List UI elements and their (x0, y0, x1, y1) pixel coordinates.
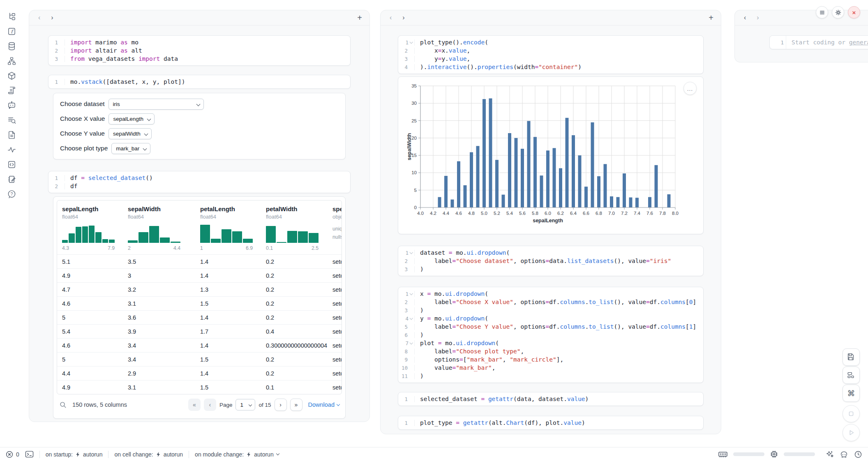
error-circle-icon (6, 451, 13, 458)
svg-text:15: 15 (411, 153, 417, 158)
dependencies-icon[interactable] (4, 53, 19, 68)
code-line: 11) (398, 372, 703, 380)
code-line: 1selected_dataset = getattr(data, datase… (398, 395, 703, 403)
column-header[interactable]: speciobjecuniqunulls: (328, 201, 342, 254)
github-copilot-icon[interactable] (840, 450, 848, 459)
cpu-usage-bar (784, 452, 815, 456)
table-header-row: sepalLengthfloat644.37.9sepalWidthfloat6… (57, 201, 342, 254)
next-page-button[interactable]: › (275, 399, 287, 411)
column-header[interactable]: petalLengthfloat6416.9 (195, 201, 261, 254)
layout-button[interactable] (843, 366, 860, 384)
column-prev-button[interactable]: ‹ (742, 14, 748, 22)
column-prev-button[interactable]: ‹ (37, 14, 42, 22)
cell-dataset[interactable]: 1dataset = mo.ui.dropdown(2 label="Choos… (398, 246, 704, 276)
scratchpad-icon[interactable] (4, 172, 19, 187)
svg-text:25: 25 (411, 118, 417, 123)
snippets-icon[interactable] (4, 157, 19, 172)
svg-text:sepalWidth: sepalWidth (406, 133, 412, 161)
variables-icon[interactable]: f (4, 24, 19, 39)
sepal-bar-chart[interactable]: 4.04.24.44.64.85.05.25.45.65.86.06.26.46… (406, 80, 703, 230)
table-row: 4.93.11.50.1setos (57, 380, 342, 394)
cell-selected-dataset[interactable]: 1selected_dataset = getattr(data, datase… (398, 392, 704, 406)
column-prev-button[interactable]: ‹ (388, 14, 393, 22)
svg-text:10: 10 (411, 170, 417, 175)
x-value-select[interactable]: sepalLength (108, 113, 155, 124)
data-sources-icon[interactable] (4, 39, 19, 53)
column-histogram (266, 224, 319, 243)
code-line: 4y = mo.ui.dropdown( (398, 314, 703, 323)
chart-menu-button[interactable]: … (683, 82, 697, 95)
column-next-button[interactable]: › (49, 14, 55, 22)
table-row: 53.41.50.2setos (57, 352, 342, 366)
table-row: 4.63.41.40.30000000000000004setos (57, 338, 342, 352)
cell-df[interactable]: 1df = selected_dataset()2df (48, 171, 351, 193)
documentation-icon[interactable] (4, 127, 19, 142)
cell-plot[interactable]: 1plot_type().encode(2 x=x.value,3 y=y.va… (398, 35, 704, 74)
code-line: 1dataset = mo.ui.dropdown( (398, 249, 703, 257)
svg-text:4.0: 4.0 (417, 211, 424, 216)
table-summary: 150 rows, 5 columns (72, 401, 127, 408)
column-header[interactable]: sepalWidthfloat6424.4 (123, 201, 195, 254)
svg-text:5.4: 5.4 (506, 211, 513, 216)
clock-status-icon[interactable] (854, 450, 862, 459)
svg-text:0: 0 (414, 205, 417, 210)
terminal-icon[interactable] (25, 450, 34, 458)
column-header[interactable]: petalWidthfloat640.12.5 (261, 201, 328, 254)
column-next-button[interactable]: › (401, 14, 406, 22)
svg-text:6.4: 6.4 (570, 211, 577, 216)
column-next-button[interactable]: › (755, 14, 760, 22)
generate-link[interactable]: generate (849, 39, 868, 46)
code-line: 1x = mo.ui.dropdown( (398, 290, 703, 298)
gear-icon[interactable] (832, 6, 844, 18)
search-icon[interactable] (59, 401, 67, 408)
last-page-button[interactable]: » (290, 399, 302, 411)
dataframe-table: sepalLengthfloat644.37.9sepalWidthfloat6… (57, 200, 342, 394)
table-row: 4.73.21.30.2setos (57, 282, 342, 296)
cell-imports[interactable]: 1import marimo as mo2import altair as al… (48, 35, 351, 66)
outline-icon[interactable] (4, 113, 19, 127)
code-line: 6) (398, 331, 703, 339)
cell-plot-type[interactable]: 1plot_type = getattr(alt.Chart(df), plot… (398, 416, 704, 430)
new-cell-editor[interactable]: 1 Start coding or generate with (769, 35, 868, 49)
ai-chat-icon[interactable] (4, 98, 19, 113)
cell-xyplot[interactable]: 1x = mo.ui.dropdown(2 label="Choose X va… (398, 287, 704, 383)
download-button[interactable]: Download (308, 401, 340, 408)
on-module-change-setting[interactable]: on module change: autorun (195, 451, 279, 458)
file-explorer-icon[interactable] (4, 9, 19, 24)
dataset-select[interactable]: iris (108, 99, 204, 110)
on-cell-change-setting[interactable]: on cell change: autorun (114, 451, 183, 458)
ai-sparkles-icon[interactable] (826, 450, 834, 459)
stop-button[interactable] (843, 405, 860, 422)
cell-vstack[interactable]: 1mo.vstack([dataset, x, y, plot]) (48, 75, 351, 89)
help-icon[interactable]: ? (4, 187, 19, 201)
run-button[interactable] (843, 424, 860, 441)
memory-icon[interactable] (718, 451, 727, 458)
svg-text:4.4: 4.4 (443, 211, 450, 216)
cpu-icon[interactable] (770, 450, 778, 458)
on-startup-setting[interactable]: on startup: autorun (46, 451, 103, 458)
y-value-select[interactable]: sepalWidth (108, 128, 152, 139)
close-icon[interactable]: × (848, 6, 860, 18)
svg-text:6.8: 6.8 (596, 211, 602, 216)
keyboard-shortcuts-button[interactable]: ⌘ (843, 385, 860, 402)
add-cell-button[interactable]: + (357, 14, 362, 22)
plot-type-select[interactable]: mark_bar (111, 143, 150, 154)
save-button[interactable] (843, 348, 860, 366)
code-line: 3) (398, 265, 703, 273)
prev-page-button[interactable]: ‹ (204, 399, 216, 411)
add-cell-button[interactable]: + (709, 14, 713, 22)
menu-icon[interactable] (816, 6, 828, 18)
chart-output: 4.04.24.44.64.85.05.25.45.65.86.06.26.46… (398, 76, 704, 234)
page-select[interactable]: 1 (235, 399, 255, 410)
logs-icon[interactable] (4, 83, 19, 98)
notebook-column-3: ‹ › 1 Start coding or generate with (734, 10, 868, 62)
table-row: 5.43.91.70.4setos (57, 324, 342, 338)
tracing-icon[interactable] (4, 142, 19, 157)
column-header[interactable]: sepalLengthfloat644.37.9 (57, 201, 123, 254)
error-count-badge[interactable]: 0 (6, 451, 19, 458)
vstack-output: Choose datasetirisChoose X valuesepalLen… (53, 93, 346, 159)
code-line: 7plot = mo.ui.dropdown( (398, 339, 703, 347)
svg-text:4.8: 4.8 (468, 211, 475, 216)
first-page-button[interactable]: « (188, 399, 201, 411)
packages-icon[interactable] (4, 68, 19, 83)
